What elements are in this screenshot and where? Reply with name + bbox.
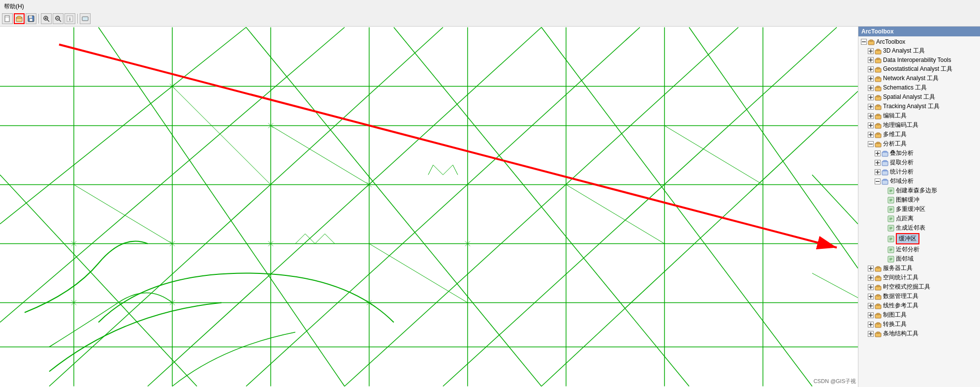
expand-icon-spatial-analyst[interactable] [867,94,874,101]
open-button[interactable] [14,13,25,24]
tool-icon-overlay-analysis [881,149,889,157]
expand-icon-extract-analysis[interactable] [874,159,881,166]
tree-item-buffer-zone[interactable]: 缓冲区 [858,233,980,245]
expand-icon-multi-tools[interactable] [867,131,874,138]
zoom-out-button[interactable] [53,13,63,24]
expand-icon-network-analyst[interactable] [867,75,874,82]
svg-rect-16 [82,17,88,21]
expand-icon-linear-ref[interactable] [867,302,874,309]
tree-item-analysis-tools[interactable]: 分析工具 [858,139,980,149]
tree-item-spatial-stat[interactable]: 空间统计工具 [858,273,980,282]
tree-item-edit-tools[interactable]: 编辑工具 [858,111,980,120]
tool-icon-generate-near [887,224,895,232]
svg-rect-84 [877,49,880,51]
save-button[interactable] [26,13,36,24]
expand-icon-terrain[interactable] [867,330,874,337]
expand-icon-analysis-tools[interactable] [867,141,874,148]
expand-icon-schematics[interactable] [867,85,874,91]
extra-button[interactable] [80,13,91,24]
tree-item-network-analyst[interactable]: Network Analyst 工具 [858,74,980,83]
svg-marker-148 [883,170,887,171]
tool-icon-spacetime-mining [874,283,882,291]
expand-icon-near-analysis[interactable] [881,246,887,253]
new-button[interactable] [2,13,13,24]
expand-icon-thiessen[interactable] [881,187,887,194]
expand-icon-polygon-neighbor[interactable] [881,256,887,263]
expand-icon-conversion[interactable] [867,321,874,328]
expand-icon-data-manage[interactable] [867,293,874,300]
tree-item-terrain[interactable]: 条地结构工具 [858,329,980,338]
expand-icon-geostatistical[interactable] [867,66,874,73]
menu-help[interactable]: 帮助(H) [2,2,26,11]
tree-item-neighbor-analysis[interactable]: 邻域分析 [858,177,980,186]
tree-item-stat-analysis[interactable]: 统计分析 [858,167,980,177]
tree-item-geo-encode[interactable]: 地理编码工具 [858,120,980,130]
expand-icon-stat-analysis[interactable] [874,169,881,176]
expand-icon-3d-analyst[interactable] [867,48,874,55]
svg-rect-147 [882,171,888,175]
expand-icon-graph-buffer[interactable] [881,197,887,204]
tree-item-server-tools[interactable]: 服务器工具 [858,264,980,273]
tree-item-multi-tools[interactable]: 多维工具 [858,130,980,139]
tree-item-multi-buffer[interactable]: 多重缓冲区 [858,205,980,214]
svg-rect-133 [877,142,880,144]
expand-icon-buffer-zone[interactable] [881,236,887,242]
svg-rect-137 [882,152,888,156]
tree-item-linear-ref[interactable]: 线性参考工具 [858,301,980,310]
expand-icon-multi-buffer[interactable] [881,206,887,213]
svg-rect-89 [877,58,880,60]
expand-icon-neighbor-analysis[interactable] [874,178,881,185]
expand-icon-spacetime-mining[interactable] [867,284,874,291]
expand-icon-edit-tools[interactable] [867,113,874,119]
tree-item-extract-analysis[interactable]: 提取分析 [858,158,980,167]
tree-item-data-manage[interactable]: 数据管理工具 [858,292,980,301]
tool-icon-terrain [874,330,882,338]
item-label-overlay-analysis: 叠加分析 [890,149,914,157]
item-label-neighbor-analysis: 邻域分析 [890,177,914,185]
tree-item-cartography[interactable]: 制图工具 [858,310,980,320]
tool-icon-spatial-stat [874,274,882,282]
zoom-in-button[interactable] [41,13,52,24]
tree-item-thiessen[interactable]: 创建泰森多边形 [858,186,980,195]
tree-item-conversion[interactable]: 转换工具 [858,320,980,329]
map-canvas[interactable]: CSDN @GIS子视 [0,27,858,387]
expand-icon-point-distance[interactable] [881,215,887,222]
tree-item-overlay-analysis[interactable]: 叠加分析 [858,149,980,158]
tree-item-spatial-analyst[interactable]: Spatial Analyst 工具 [858,92,980,102]
expand-icon-tracking-analyst[interactable] [867,103,874,110]
tool-icon-data-interop [874,56,882,64]
tree-item-point-distance[interactable]: 点距离 [858,214,980,223]
identify-button[interactable]: i [64,13,75,24]
expand-icon-generate-near[interactable] [881,225,887,232]
expand-icon-server-tools[interactable] [867,265,874,272]
expand-icon-data-interop[interactable] [867,57,874,63]
tree-item-geostatistical[interactable]: Geostatistical Analyst 工具 [858,64,980,74]
svg-rect-124 [877,123,880,125]
tree-item-tracking-analyst[interactable]: Tracking Analyst 工具 [858,102,980,111]
tree-item-polygon-neighbor[interactable]: 面邻域 [858,254,980,264]
tree-item-data-interop[interactable]: Data Interoperability Tools [858,56,980,64]
expand-icon-spatial-stat[interactable] [867,274,874,281]
expand-icon-overlay-analysis[interactable] [874,150,881,157]
item-label-near-analysis: 近邻分析 [896,245,919,254]
expand-icon-geo-encode[interactable] [867,122,874,129]
tool-icon-linear-ref [874,302,882,310]
tool-icon-stat-analysis [881,168,889,176]
tree-item-schematics[interactable]: Schematics 工具 [858,83,980,92]
expand-icon-cartography[interactable] [867,312,874,319]
tool-icon-near-analysis [887,246,895,254]
svg-marker-143 [883,160,887,162]
tree-item-generate-near[interactable]: 生成近邻表 [858,223,980,233]
tool-icon-graph-buffer [887,196,895,204]
tree-item-graph-buffer[interactable]: 图解缓冲 [858,195,980,205]
expand-icon-arctoolbox-root[interactable] [860,38,867,45]
tool-icon-multi-buffer [887,206,895,213]
tree-item-spacetime-mining[interactable]: 时空模式挖掘工具 [858,282,980,292]
tool-icon-polygon-neighbor [887,255,895,263]
tree-item-arctoolbox-root[interactable]: ArcToolbox [858,37,980,46]
tree-item-near-analysis[interactable]: 近邻分析 [858,245,980,254]
tool-icon-extract-analysis [881,159,889,167]
item-label-data-manage: 数据管理工具 [883,292,918,300]
tree-item-3d-analyst[interactable]: 3D Analyst 工具 [858,46,980,56]
svg-rect-224 [877,332,880,333]
